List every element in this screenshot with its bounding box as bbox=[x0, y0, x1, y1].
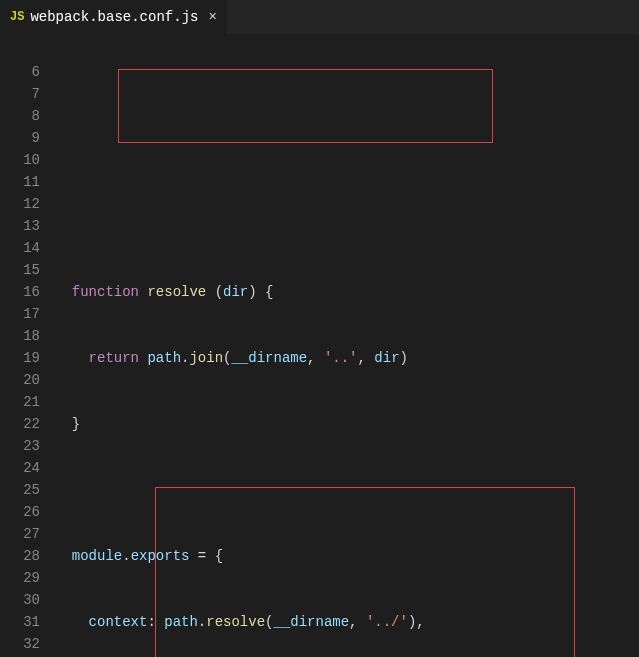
line-number: 17 bbox=[0, 303, 40, 325]
line-number: 30 bbox=[0, 589, 40, 611]
line-number: 13 bbox=[0, 215, 40, 237]
code-line bbox=[55, 149, 639, 171]
editor-tab[interactable]: JS webpack.base.conf.js × bbox=[0, 0, 227, 35]
code-editor[interactable]: 6 7 8 9 10 11 12 13 14 15 16 17 18 19 20… bbox=[0, 35, 639, 657]
line-number: 27 bbox=[0, 523, 40, 545]
line-number: 12 bbox=[0, 193, 40, 215]
line-number: 26 bbox=[0, 501, 40, 523]
tab-filename: webpack.base.conf.js bbox=[30, 9, 198, 25]
code-line: return path.join(__dirname, '..', dir) bbox=[55, 347, 639, 369]
code-content[interactable]: function resolve (dir) { return path.joi… bbox=[55, 35, 639, 657]
code-line: module.exports = { bbox=[55, 545, 639, 567]
code-line: function resolve (dir) { bbox=[55, 281, 639, 303]
line-number: 24 bbox=[0, 457, 40, 479]
line-number: 14 bbox=[0, 237, 40, 259]
highlight-box-1 bbox=[118, 69, 493, 143]
line-number: 11 bbox=[0, 171, 40, 193]
line-number: 20 bbox=[0, 369, 40, 391]
line-number: 25 bbox=[0, 479, 40, 501]
line-number: 15 bbox=[0, 259, 40, 281]
line-number: 8 bbox=[0, 105, 40, 127]
line-number: 32 bbox=[0, 633, 40, 655]
line-number: 31 bbox=[0, 611, 40, 633]
line-number: 28 bbox=[0, 545, 40, 567]
line-number: 16 bbox=[0, 281, 40, 303]
code-line bbox=[55, 215, 639, 237]
line-number: 6 bbox=[0, 61, 40, 83]
line-number: 29 bbox=[0, 567, 40, 589]
line-number: 9 bbox=[0, 127, 40, 149]
js-file-icon: JS bbox=[10, 10, 24, 24]
line-number: 22 bbox=[0, 413, 40, 435]
code-line: } bbox=[55, 413, 639, 435]
line-number: 18 bbox=[0, 325, 40, 347]
line-number-gutter: 6 7 8 9 10 11 12 13 14 15 16 17 18 19 20… bbox=[0, 35, 55, 657]
tab-bar: JS webpack.base.conf.js × bbox=[0, 0, 639, 35]
line-number bbox=[0, 39, 40, 61]
line-number: 19 bbox=[0, 347, 40, 369]
line-number: 10 bbox=[0, 149, 40, 171]
line-number: 23 bbox=[0, 435, 40, 457]
close-icon[interactable]: × bbox=[208, 9, 216, 25]
line-number: 21 bbox=[0, 391, 40, 413]
code-line bbox=[55, 479, 639, 501]
code-line: context: path.resolve(__dirname, '../'), bbox=[55, 611, 639, 633]
line-number: 7 bbox=[0, 83, 40, 105]
